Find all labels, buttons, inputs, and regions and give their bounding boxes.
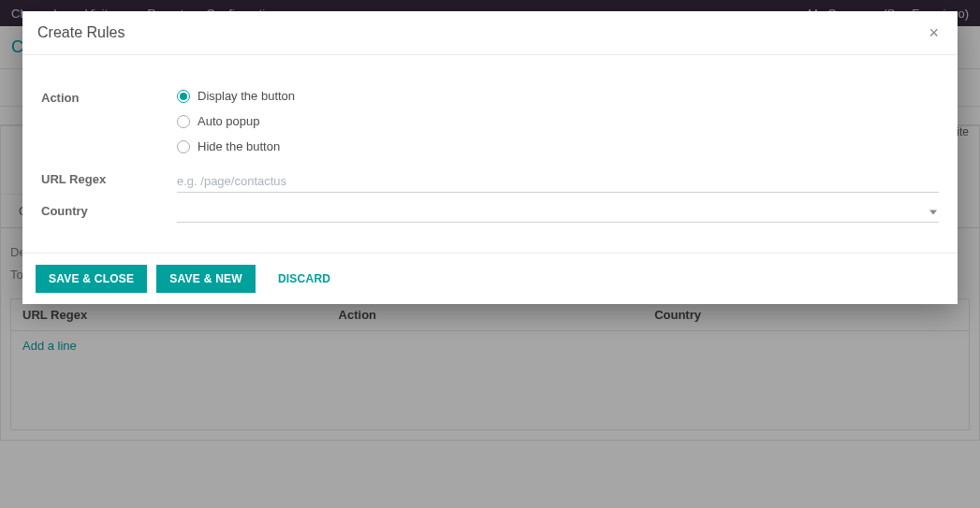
modal-header: Create Rules × [22, 11, 958, 55]
modal-footer: SAVE & CLOSE SAVE & NEW DISCARD [22, 253, 958, 304]
radio-label: Hide the button [197, 139, 280, 153]
radio-label: Auto popup [197, 114, 260, 128]
url-regex-label: URL Regex [41, 170, 177, 186]
radio-hide-button[interactable]: Hide the button [177, 139, 939, 153]
radio-auto-popup[interactable]: Auto popup [177, 114, 939, 128]
modal-body: Action Display the button Auto popup Hid… [22, 55, 958, 253]
radio-dot-icon [177, 90, 190, 103]
country-row: Country [41, 202, 939, 223]
action-radio-group: Display the button Auto popup Hide the b… [177, 89, 939, 153]
save-close-button[interactable]: SAVE & CLOSE [36, 265, 147, 293]
chevron-down-icon [929, 210, 937, 214]
url-regex-row: URL Regex [41, 170, 939, 193]
action-label: Action [41, 89, 177, 105]
url-regex-input[interactable] [177, 170, 939, 193]
close-icon[interactable]: × [925, 21, 943, 45]
country-select[interactable] [177, 202, 939, 223]
radio-dot-icon [177, 140, 190, 153]
action-row: Action Display the button Auto popup Hid… [41, 89, 939, 153]
radio-dot-icon [177, 115, 190, 128]
save-new-button[interactable]: SAVE & NEW [156, 265, 256, 293]
modal-title: Create Rules [37, 24, 124, 41]
country-label: Country [41, 202, 177, 218]
radio-label: Display the button [197, 89, 295, 103]
create-rules-modal: Create Rules × Action Display the button… [22, 11, 958, 304]
radio-display-button[interactable]: Display the button [177, 89, 939, 103]
discard-button[interactable]: DISCARD [265, 265, 344, 293]
